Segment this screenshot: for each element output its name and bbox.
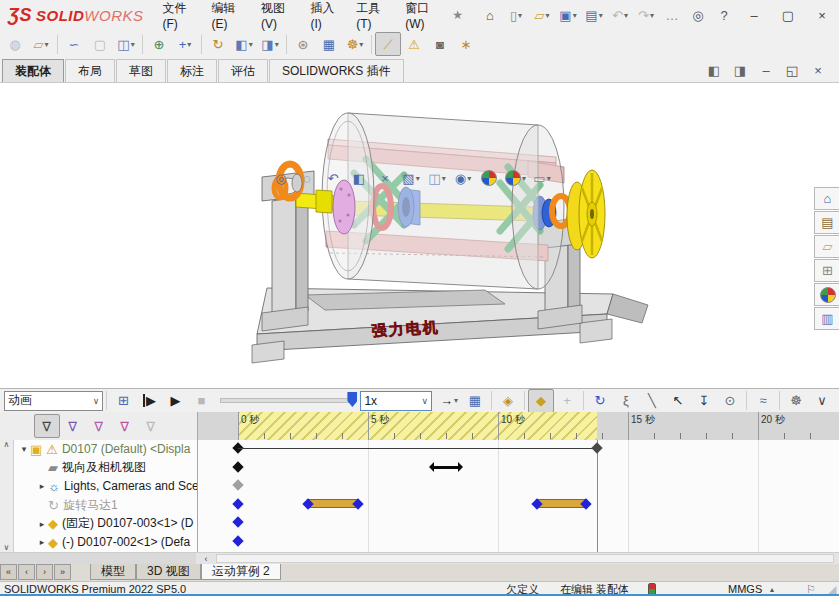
doc-minimize-button[interactable]: – (753, 59, 779, 83)
help-button[interactable]: ? (711, 3, 737, 27)
appearances-scenes-button[interactable] (814, 283, 839, 306)
tree-row-5[interactable]: ▸◆(-) D0107-002<1> (Defa (0, 533, 197, 552)
menu-item-3[interactable]: 插入(I) (301, 0, 347, 30)
tab-SOLIDWORKS 插件[interactable]: SOLIDWORKS 插件 (269, 59, 404, 82)
design-library-button[interactable]: ▤ (814, 211, 839, 234)
dropdown-caret-icon[interactable]: ▾ (624, 11, 628, 20)
view-palette-button[interactable]: ⊞ (814, 259, 839, 282)
mate-button[interactable]: ∽ (61, 32, 87, 56)
tab-装配体[interactable]: 装配体 (2, 59, 64, 82)
hscroll-thumb[interactable] (216, 554, 834, 563)
calculate-button[interactable]: ⊞ (110, 389, 136, 413)
user-account-button[interactable]: ◎ (685, 3, 711, 27)
home-button[interactable]: ⌂ (477, 3, 503, 27)
tree-scrollbar[interactable]: ∧ ∨ (0, 440, 14, 552)
transparent-drum[interactable] (322, 113, 564, 289)
assembly-features-button[interactable]: ◧▾ (231, 32, 257, 56)
filter-all-button[interactable]: ∇ (34, 414, 60, 438)
section-view-button[interactable]: ◧ (346, 166, 372, 190)
file-explorer-button[interactable]: ▱ (814, 235, 839, 258)
smart-fasteners-button[interactable]: ⊛ (290, 32, 316, 56)
sheet-scroll-button-0[interactable]: « (0, 564, 17, 580)
animation-wizard-button[interactable]: ◈ (495, 389, 521, 413)
dropdown-caret-icon[interactable]: ▾ (599, 11, 603, 20)
timeline-canvas[interactable] (197, 440, 839, 552)
timeline-key[interactable] (232, 461, 243, 472)
doc-restore-button[interactable]: ◱ (779, 59, 805, 83)
home-button[interactable]: ⌂ (814, 187, 839, 210)
open-file-button[interactable]: ▱▾ (529, 3, 555, 27)
tab-草图[interactable]: 草图 (116, 59, 166, 82)
assembly-3d-model[interactable]: 强力电机 (0, 83, 839, 389)
timeline-key[interactable] (232, 517, 243, 528)
tree-row-0[interactable]: ▾▣⚠D0107 (Default) <Displa (0, 440, 197, 459)
save-button[interactable]: ▣▾ (555, 3, 581, 27)
damper-button[interactable]: ╲ (639, 389, 665, 413)
apply-scene-button[interactable]: ▾ (502, 166, 529, 190)
dropdown-caret-icon[interactable]: ▾ (187, 40, 191, 49)
tree-row-4[interactable]: ▸◆(固定) D0107-003<1> (D (0, 514, 197, 533)
measure-button[interactable]: ⟋ (375, 32, 401, 56)
pane-left-button[interactable]: ◧ (701, 59, 727, 83)
dropdown-caret-icon[interactable]: ▾ (467, 174, 471, 183)
scroll-up-icon[interactable]: ∧ (4, 440, 10, 449)
dynamic-annotation-views-button[interactable]: × (372, 166, 398, 190)
dropdown-caret-icon[interactable]: ▾ (573, 11, 577, 20)
sheet-scroll-button-1[interactable]: ‹ (18, 564, 35, 580)
expand-arrow-icon[interactable]: ▸ (36, 537, 48, 547)
dropdown-caret-icon[interactable]: ▾ (545, 11, 549, 20)
menu-item-5[interactable]: 窗口(W) (396, 0, 448, 30)
maximize-button[interactable]: ▢ (771, 2, 805, 28)
playback-mode-button[interactable]: →▾ (436, 389, 462, 413)
gravity-button[interactable]: ↧ (691, 389, 717, 413)
dropdown-caret-icon[interactable]: ▾ (442, 174, 446, 183)
print-button[interactable]: ▤▾ (581, 3, 607, 27)
dropdown-caret-icon[interactable]: ▾ (454, 396, 458, 405)
belt-pulley[interactable] (567, 170, 605, 258)
filter-driving-button[interactable]: ∇ (86, 414, 112, 438)
tree-timeline-splitter[interactable] (197, 412, 198, 552)
sheet-scroll-button-2[interactable]: › (36, 564, 53, 580)
expand-arrow-icon[interactable]: ▸ (36, 481, 48, 491)
expand-arrow-icon[interactable]: ▾ (18, 444, 30, 454)
minimize-button[interactable]: – (737, 2, 771, 28)
bill-of-materials-button[interactable]: ▦ (316, 32, 342, 56)
tree-row-2[interactable]: ▸☼Lights, Cameras and Sce (0, 477, 197, 496)
speed-slider[interactable] (220, 398, 354, 403)
speed-slider-thumb[interactable] (347, 392, 357, 407)
hide-show-items-button[interactable]: ◉▾ (450, 166, 476, 190)
filter-selected-button[interactable]: ∇ (112, 414, 138, 438)
doc-close-button[interactable]: × (805, 59, 831, 83)
results-plots-button[interactable]: ≈ (750, 389, 776, 413)
insert-components-button[interactable]: ▱▾ (28, 32, 54, 56)
play-button[interactable]: ▶ (162, 389, 188, 413)
custom-properties-button[interactable]: ▥ (814, 307, 839, 330)
timeline-key[interactable] (232, 498, 243, 509)
play-from-start-button[interactable]: ▶ (136, 389, 162, 413)
tree-row-3[interactable]: ↻旋转马达1 (0, 496, 197, 515)
timeline-ruler[interactable]: 0 秒5 秒10 秒15 秒20 秒 (197, 412, 839, 441)
collapse-motionmanager-button[interactable]: ∨ (809, 389, 835, 413)
timeline-key[interactable] (232, 480, 243, 491)
tab-标注[interactable]: 标注 (167, 59, 217, 82)
motion-properties-button[interactable]: ☸ (783, 389, 809, 413)
contact-button[interactable]: ⊙ (717, 389, 743, 413)
dropdown-caret-icon[interactable]: ▾ (249, 40, 253, 49)
timeline-key[interactable] (232, 535, 243, 546)
tab-评估[interactable]: 评估 (218, 59, 268, 82)
base-frame[interactable] (252, 288, 648, 363)
force-button[interactable]: ↖ (665, 389, 691, 413)
dropdown-caret-icon[interactable]: ▾ (547, 174, 551, 183)
dropdown-caret-icon[interactable]: ▾ (522, 174, 526, 183)
graphics-viewport[interactable]: 强力电机 ◎◌↶◧×▧▾◫▾◉▾▾▭▾ ⌂▤▱⊞▥ (0, 82, 839, 389)
new-document-button[interactable]: ▯▾ (503, 3, 529, 27)
scroll-down-icon[interactable]: ∨ (4, 543, 10, 552)
close-button[interactable]: × (805, 2, 839, 28)
exploded-view-button[interactable]: ∗ (453, 32, 479, 56)
tree-row-1[interactable]: ▰视向及相机视图 (0, 459, 197, 478)
timeline-key[interactable] (591, 442, 602, 453)
study-type-select[interactable]: 动画∨ (4, 391, 103, 411)
move-component-button[interactable]: +▾ (172, 32, 198, 56)
spring-button[interactable]: ξ (613, 389, 639, 413)
camera-move-bar[interactable] (433, 466, 459, 469)
